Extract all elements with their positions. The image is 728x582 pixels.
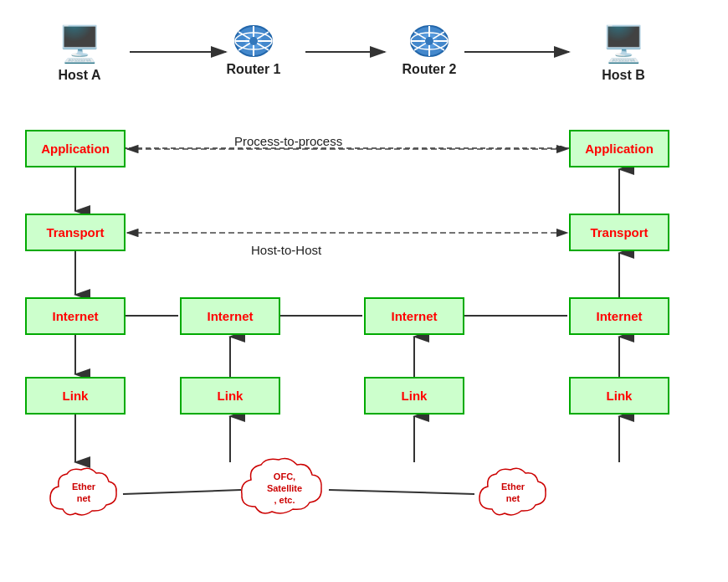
diagram: 🖥️ Host A Router 1 (0, 0, 728, 582)
cloud-ofc-label: OFC,Satellite, etc. (267, 471, 302, 507)
internet-a-box: Internet (25, 297, 126, 335)
cloud-ofc-satellite: OFC,Satellite, etc. (238, 455, 331, 522)
host-a-icon: 🖥️ (58, 23, 101, 64)
host-a-node: 🖥️ Host A (42, 23, 117, 83)
app-b-box: Application (569, 130, 669, 167)
router1-icon (232, 23, 275, 59)
svg-line-26 (123, 490, 241, 494)
svg-point-37 (249, 37, 258, 45)
internet-r1-box: Internet (180, 297, 280, 335)
app-a-box: Application (25, 130, 126, 167)
host-a-label: Host A (59, 68, 101, 83)
process-to-process-label: Process-to-process (234, 134, 342, 148)
cloud-ethernet-left: Ethernet (46, 463, 121, 522)
svg-point-45 (425, 37, 433, 45)
link-r1-box: Link (180, 377, 280, 415)
host-b-label: Host B (602, 68, 645, 83)
link-a-box: Link (25, 377, 126, 415)
host-to-host-label: Host-to-Host (251, 243, 321, 257)
host-b-node: 🖥️ Host B (586, 23, 661, 83)
link-r2-box: Link (364, 377, 464, 415)
transport-b-box: Transport (569, 214, 669, 251)
cloud-ethernet-right-label: Ethernet (501, 481, 525, 505)
svg-line-27 (329, 490, 474, 494)
cloud-ethernet-right: Ethernet (475, 463, 551, 522)
cloud-ethernet-left-label: Ethernet (72, 481, 95, 505)
transport-a-box: Transport (25, 214, 126, 251)
router2-node: Router 2 (392, 23, 467, 77)
internet-b-box: Internet (569, 297, 669, 335)
router1-label: Router 1 (227, 62, 281, 77)
router2-icon (408, 23, 451, 59)
host-b-icon: 🖥️ (602, 23, 645, 64)
link-b-box: Link (569, 377, 669, 415)
router2-label: Router 2 (402, 62, 457, 77)
internet-r2-box: Internet (364, 297, 464, 335)
router1-node: Router 1 (216, 23, 291, 77)
